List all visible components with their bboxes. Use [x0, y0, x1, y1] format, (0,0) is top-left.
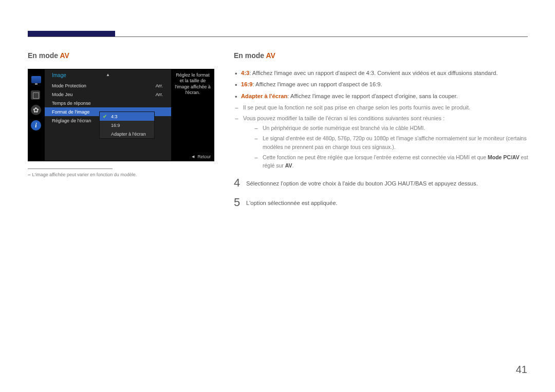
osd-subrow: 16:9 — [100, 121, 154, 129]
dash-list: Il se peut que la fonction ne soit pas p… — [234, 103, 529, 170]
osd-description: Réglez le format et la taille de l'image… — [172, 69, 214, 99]
footnote-rule — [28, 169, 113, 169]
dash-item: Il se peut que la fonction ne soit pas p… — [234, 103, 529, 112]
footnote: L'image affichée peut varier en fonction… — [28, 172, 218, 177]
osd-submenu: ✔4:3 16:9 Adapter à l'écran — [99, 111, 155, 139]
triangle-left-icon: ◀ — [192, 155, 194, 159]
osd-row: Temps de réponse — [45, 99, 171, 107]
dash-item: Vous pouvez modifier la taille de l'écra… — [234, 114, 529, 170]
heading-right: En mode AV — [234, 51, 529, 60]
heading-mode: AV — [60, 51, 69, 60]
heading-mode: AV — [266, 51, 275, 60]
step-number: 5 — [234, 197, 246, 208]
steps-list: 4 Sélectionnez l'option de votre choix à… — [234, 177, 529, 208]
page-number: 41 — [516, 364, 527, 376]
right-column: En mode AV 4:3: Affichez l'image avec un… — [234, 51, 529, 216]
nested-item: Un périphérique de sortie numérique est … — [253, 124, 529, 132]
check-icon: ✔ — [103, 114, 108, 119]
bullet-item: 16:9: Affichez l'image avec un rapport d… — [234, 80, 529, 89]
left-column: En mode AV ✿ i Image ▲ Mode ProtectionAr… — [28, 51, 218, 177]
arrow-up-icon: ▲ — [106, 72, 110, 77]
heading-prefix: En mode — [234, 51, 266, 60]
picture-icon — [31, 90, 40, 100]
step-item: 4 Sélectionnez l'option de votre choix à… — [234, 177, 529, 189]
osd-footer: ◀Retour — [192, 154, 211, 159]
nested-dash-list: Un périphérique de sortie numérique est … — [253, 124, 529, 170]
bullet-item: 4:3: Affichez l'image avec un rapport d'… — [234, 69, 529, 78]
gear-icon: ✿ — [31, 105, 41, 115]
step-text: L'option sélectionnée est appliquée. — [246, 197, 338, 208]
osd-subrow: Adapter à l'écran — [100, 129, 154, 138]
step-text: Sélectionnez l'option de votre choix à l… — [246, 177, 478, 188]
osd-row: Mode ProtectionArr. — [45, 81, 171, 90]
heading-prefix: En mode — [28, 51, 60, 60]
bullet-item: Adapter à l'écran: Affichez l'image avec… — [234, 92, 529, 101]
header-accent — [28, 31, 115, 36]
heading-left: En mode AV — [28, 51, 218, 60]
osd-icon-column: ✿ i — [31, 74, 42, 136]
nested-item: Le signal d'entrée est de 480p, 576p, 72… — [253, 134, 529, 151]
nested-item: Cette fonction ne peut être réglée que l… — [253, 153, 529, 170]
osd-row: Mode JeuArr. — [45, 90, 171, 99]
bullet-list: 4:3: Affichez l'image avec un rapport d'… — [234, 69, 529, 101]
osd-subrow-active: ✔4:3 — [100, 112, 154, 121]
osd-screenshot: ✿ i Image ▲ Mode ProtectionArr. Mode Jeu… — [28, 69, 214, 161]
info-icon: i — [31, 120, 41, 130]
step-item: 5 L'option sélectionnée est appliquée. — [234, 197, 529, 208]
step-number: 4 — [234, 177, 246, 189]
monitor-icon — [31, 76, 41, 83]
